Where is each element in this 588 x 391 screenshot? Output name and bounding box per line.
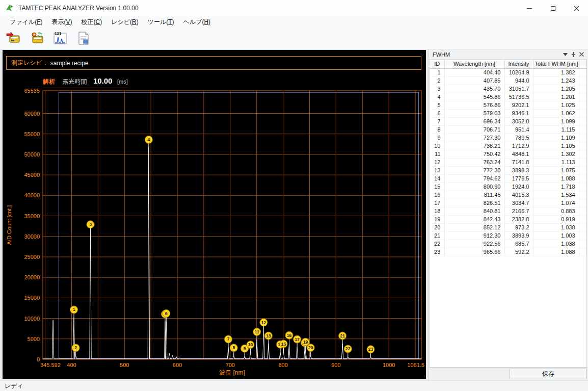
axis-tick-label: 45000 [24,172,40,178]
peak-analysis-label: 123 [55,31,61,36]
table-row[interactable]: 6579.039346.11.062 [430,109,586,117]
panel-bottom-strip: 保存 [429,368,588,380]
spectrum-chart[interactable]: 1234567891011121314151617181920212223050… [3,50,426,379]
minimize-icon [527,8,532,9]
menu-item-r[interactable]: レシピ(R) [106,17,143,28]
fwhm-table-body: 1404.4010264.91.3822407.85944.01.2433435… [430,68,586,256]
table-row[interactable]: 10738.211712.91.105 [430,142,586,150]
chart-area: 測定レシピ： sample recipe 解析 露光時間 10.00 [ms] … [3,50,426,379]
svg-text:11: 11 [255,329,259,334]
pin-icon [571,51,576,58]
axis-tick-label: 65535 [24,88,40,94]
svg-text:10: 10 [248,342,253,347]
peak-analysis-button[interactable]: 123 [50,29,70,47]
table-row[interactable]: 15800.901924.01.718 [430,183,586,191]
menu-item-c[interactable]: 校正(C) [76,17,106,28]
column-header-filler [579,60,586,68]
fwhm-table-wrap: IDWavelength [nm]IntensityTotal FWHM [nm… [430,59,587,368]
table-row[interactable]: 19842.432382.80.919 [430,215,586,223]
report-button[interactable] [73,29,94,47]
axis-tick-label: 600 [173,362,182,368]
fwhm-panel: FWHM IDWavelength [nm]IntensityTotal FWH… [428,49,588,380]
axis-tick-label: 900 [331,362,340,368]
svg-text:9: 9 [244,346,246,351]
maximize-button[interactable] [541,0,565,16]
minimize-button[interactable] [518,0,541,16]
measure-button[interactable] [3,29,23,47]
table-row[interactable]: 12763.247141.81.113 [430,158,586,166]
svg-text:15: 15 [281,342,286,347]
menu-item-f[interactable]: ファイル(F) [5,17,47,28]
table-row[interactable]: 23965.66592.21.088 [430,248,586,256]
menu-item-v[interactable]: 表示(V) [47,17,76,28]
table-row[interactable]: 17826.513034.71.074 [430,199,586,207]
table-row[interactable]: 11750.424848.11.302 [430,150,586,158]
table-row[interactable]: 8706.71951.41.115 [430,125,586,134]
table-row[interactable]: 14794.621776.51.088 [430,174,586,183]
axis-tick-label: 0 [37,356,40,362]
status-bar: レディ [0,380,588,391]
axis-tick-label: 500 [120,362,129,368]
svg-text:2: 2 [74,345,77,350]
table-row[interactable]: 16811.454015.31.534 [430,191,586,199]
table-row[interactable]: 5576.869202.11.025 [430,101,586,109]
status-text: レディ [5,382,23,390]
table-row[interactable]: 13772.303898.31.075 [430,166,586,174]
maximize-icon [551,6,555,11]
axis-tick-label: 30000 [24,233,40,240]
axis-tick-label: 1000 [383,362,395,368]
toolbar: 123 [0,28,588,49]
svg-text:23: 23 [368,347,373,352]
axis-tick-label: 20000 [24,274,40,280]
menu-item-t[interactable]: ツール(T) [143,17,179,28]
axis-tick-label: 5000 [28,336,40,342]
column-header[interactable]: Intensity [504,60,533,68]
exposure-line: 解析 露光時間 10.00 [ms] [43,76,128,88]
save-button[interactable]: 保存 [510,369,587,379]
fwhm-table-header-row: IDWavelength [nm]IntensityTotal FWHM [nm… [430,60,586,68]
table-row[interactable]: 21912.303893.91.003 [430,231,586,240]
svg-text:7: 7 [227,336,230,342]
panel-pin-button[interactable] [569,51,577,58]
table-row[interactable]: 1404.4010264.91.382 [430,68,586,76]
table-row[interactable]: 2407.85944.01.243 [430,76,586,85]
axis-tick-label: 40000 [24,192,40,198]
axis-tick-label: 345.592 [40,362,61,368]
svg-text:3: 3 [89,222,92,227]
table-row[interactable]: 18840.812166.70.883 [430,207,586,215]
axis-tick-label: 1061.5 [407,362,424,368]
measure-icon [6,32,20,45]
svg-text:8: 8 [232,345,235,350]
axis-tick-label: 25000 [24,254,40,260]
analysis-label: 解析 [43,78,55,85]
svg-text:21: 21 [340,333,345,338]
table-row[interactable]: 7696.343052.01.099 [430,117,586,125]
table-row[interactable]: 20852.12973.21.038 [430,223,586,231]
column-header[interactable]: Wavelength [nm] [444,60,504,68]
svg-text:4: 4 [147,137,150,142]
axis-tick-label: 35000 [24,213,40,219]
chevron-down-icon [563,53,568,56]
column-header[interactable]: Total FWHM [nm] [533,60,579,68]
axis-tick-label: 15000 [24,295,40,301]
table-row[interactable]: 4545.8651736.51.201 [430,93,586,101]
report-icon [77,32,90,45]
title-bar: TAMTEC PEAK ANALYZER Version 1.00.00 [0,0,588,16]
axis-tick-label: 10000 [24,316,40,322]
table-row[interactable]: 9727.30789.51.109 [430,134,586,142]
menu-item-h[interactable]: ヘルプ(H) [179,17,216,28]
fwhm-panel-title: FWHM [433,51,561,58]
svg-text:16: 16 [287,333,292,338]
menu-bar: ファイル(F)表示(V)校正(C)レシピ(R)ツール(T)ヘルプ(H) [0,16,588,28]
close-button[interactable] [565,0,588,16]
calibration-button[interactable] [26,29,47,47]
column-header[interactable]: ID [430,60,444,68]
panel-menu-button[interactable] [561,51,569,58]
svg-text:12: 12 [261,320,266,325]
close-icon [579,52,584,57]
axis-tick-label: 50000 [24,151,40,158]
table-row[interactable]: 22922.56685.71.038 [430,240,586,248]
panel-close-button[interactable] [577,51,585,58]
close-icon [574,6,579,11]
table-row[interactable]: 3435.7031051.71.205 [430,85,586,93]
